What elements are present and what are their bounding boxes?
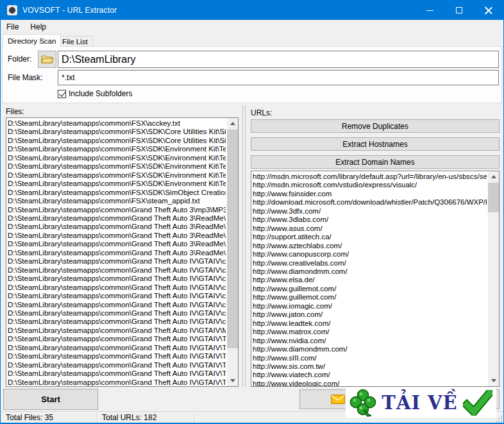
file-row[interactable]: D:\SteamLibrary\steamapps\common\Grand T… bbox=[8, 206, 226, 214]
checkmark-icon bbox=[463, 390, 492, 416]
url-row[interactable]: http://www.3dfx.com/ bbox=[253, 207, 487, 216]
window-title: VOVSOFT - URL Extractor bbox=[22, 6, 117, 15]
file-row[interactable]: D:\SteamLibrary\steamapps\common\Grand T… bbox=[8, 266, 226, 275]
scroll-up-icon[interactable] bbox=[488, 171, 499, 182]
menu-help[interactable]: Help bbox=[24, 20, 52, 34]
url-row[interactable]: http://www.viatech.com/ bbox=[253, 371, 487, 379]
file-row[interactable]: D:\SteamLibrary\steamapps\common\Grand T… bbox=[8, 352, 226, 360]
browse-folder-button[interactable] bbox=[38, 51, 56, 68]
url-row[interactable]: http://www.creativelabs.com/ bbox=[253, 259, 487, 267]
include-subfolders-label: Include Subfolders bbox=[69, 89, 132, 98]
start-button[interactable]: Start bbox=[3, 389, 98, 410]
file-row[interactable]: D:\SteamLibrary\steamapps\common\Grand T… bbox=[8, 275, 226, 283]
menu-file[interactable]: File bbox=[1, 20, 24, 34]
url-row[interactable]: http://www.diamondmm.com/ bbox=[253, 267, 487, 276]
url-row[interactable]: http://www.elsa.de/ bbox=[253, 276, 487, 284]
file-row[interactable]: D:\SteamLibrary\steamapps\common\FSX\SDK… bbox=[8, 128, 226, 136]
urls-label: URLs: bbox=[251, 108, 272, 117]
maximize-button[interactable] bbox=[444, 1, 474, 20]
scroll-down-icon[interactable] bbox=[227, 375, 238, 386]
url-row[interactable]: http://msdn.microsoft.com/library/defaul… bbox=[253, 173, 487, 181]
scroll-up-icon[interactable] bbox=[227, 118, 238, 129]
url-row[interactable]: http://download.microsoft.com/download/w… bbox=[253, 198, 487, 207]
minimize-button[interactable] bbox=[415, 1, 444, 20]
file-row[interactable]: D:\SteamLibrary\steamapps\common\FSX\SDK… bbox=[8, 145, 226, 153]
files-scroll-thumb[interactable] bbox=[227, 130, 238, 348]
file-row[interactable]: D:\SteamLibrary\steamapps\common\FSX\SDK… bbox=[8, 162, 226, 171]
status-total-files: Total Files: 35 bbox=[1, 412, 97, 423]
file-row[interactable]: D:\SteamLibrary\steamapps\common\FSX\acc… bbox=[8, 119, 226, 128]
files-scrollbar[interactable] bbox=[227, 118, 238, 386]
envelope-icon bbox=[331, 394, 345, 404]
url-row[interactable]: http://www.sIII.com/ bbox=[253, 354, 487, 362]
url-row[interactable]: http://www.fsinsider.com bbox=[253, 190, 487, 198]
file-row[interactable]: D:\SteamLibrary\steamapps\common\FSX\SDK… bbox=[8, 154, 226, 162]
file-row[interactable]: D:\SteamLibrary\steamapps\common\Grand T… bbox=[8, 361, 226, 369]
url-row[interactable]: http://www.leadtek.com/ bbox=[253, 319, 487, 328]
folder-icon bbox=[41, 55, 54, 64]
url-row[interactable]: http://www.canopuscorp.com/ bbox=[253, 250, 487, 259]
file-row[interactable]: D:\SteamLibrary\steamapps\common\Grand T… bbox=[8, 318, 226, 326]
minimize-icon bbox=[426, 10, 433, 11]
url-row[interactable]: http://msdn.microsoft.com/vstudio/expres… bbox=[253, 181, 487, 189]
extract-hostnames-button[interactable]: Extract Hostnames bbox=[251, 137, 500, 151]
file-row[interactable]: D:\SteamLibrary\steamapps\common\Grand T… bbox=[8, 369, 226, 378]
urls-listbox[interactable]: http://msdn.microsoft.com/library/defaul… bbox=[251, 171, 500, 387]
status-total-urls: Total URLs: 182 bbox=[97, 412, 194, 423]
scroll-down-icon[interactable] bbox=[488, 375, 499, 386]
file-row[interactable]: D:\SteamLibrary\steamapps\common\Grand T… bbox=[8, 326, 226, 335]
app-icon bbox=[7, 5, 17, 15]
file-mask-label: File Mask: bbox=[8, 73, 43, 82]
file-row[interactable]: D:\SteamLibrary\steamapps\common\Grand T… bbox=[8, 378, 226, 386]
url-row[interactable]: http://www.3dlabs.com/ bbox=[253, 216, 487, 224]
extract-domain-names-button[interactable]: Extract Domain Names bbox=[251, 155, 500, 169]
url-row[interactable]: http://www.iomagic.com/ bbox=[253, 302, 487, 310]
urls-scroll-thumb[interactable] bbox=[488, 183, 499, 212]
file-row[interactable]: D:\SteamLibrary\steamapps\common\Grand T… bbox=[8, 284, 226, 292]
close-icon bbox=[485, 6, 492, 14]
resize-grip[interactable] bbox=[496, 416, 502, 422]
url-row[interactable]: http://www.aztechlabs.com/ bbox=[253, 242, 487, 250]
file-row[interactable]: D:\SteamLibrary\steamapps\common\Grand T… bbox=[8, 223, 226, 231]
folder-input[interactable]: D:\SteamLibrary bbox=[58, 51, 499, 68]
file-row[interactable]: D:\SteamLibrary\steamapps\common\FSX\SDK… bbox=[8, 171, 226, 180]
url-row[interactable]: http://www.diamondmm.com/ bbox=[253, 345, 487, 353]
file-row[interactable]: D:\SteamLibrary\steamapps\common\FSX\ste… bbox=[8, 197, 226, 205]
file-row[interactable]: D:\SteamLibrary\steamapps\common\Grand T… bbox=[8, 214, 226, 223]
url-row[interactable]: http://www.guillemot.com/ bbox=[253, 293, 487, 301]
close-button[interactable] bbox=[474, 1, 503, 20]
tab-file-list[interactable]: File List bbox=[57, 36, 93, 47]
file-row[interactable]: D:\SteamLibrary\steamapps\common\FSX\SDK… bbox=[8, 137, 226, 145]
file-row[interactable]: D:\SteamLibrary\steamapps\common\Grand T… bbox=[8, 344, 226, 352]
tab-directory-scan[interactable]: Directory Scan bbox=[3, 34, 61, 47]
include-subfolders-checkbox[interactable] bbox=[58, 90, 66, 98]
remove-duplicates-button[interactable]: Remove Duplicates bbox=[251, 119, 500, 133]
urls-rows: http://msdn.microsoft.com/library/defaul… bbox=[253, 173, 487, 386]
app-window: VOVSOFT - URL Extractor File Help Direct… bbox=[0, 0, 504, 424]
url-row[interactable]: http://www.matrox.com/ bbox=[253, 328, 487, 336]
url-row[interactable]: http://www.jaton.com/ bbox=[253, 310, 487, 319]
file-row[interactable]: D:\SteamLibrary\steamapps\common\Grand T… bbox=[8, 240, 226, 248]
pane-splitter[interactable] bbox=[242, 105, 246, 387]
url-row[interactable]: http://www.videologic.com/ bbox=[253, 380, 487, 386]
file-row[interactable]: D:\SteamLibrary\steamapps\common\Grand T… bbox=[8, 249, 226, 257]
url-row[interactable]: http://www.nvidia.com/ bbox=[253, 337, 487, 345]
file-row[interactable]: D:\SteamLibrary\steamapps\common\FSX\SDK… bbox=[8, 180, 226, 188]
url-row[interactable]: http://www.asus.com/ bbox=[253, 225, 487, 233]
file-row[interactable]: D:\SteamLibrary\steamapps\common\Grand T… bbox=[8, 292, 226, 300]
url-row[interactable]: http://www.sis.com.tw/ bbox=[253, 362, 487, 371]
file-row[interactable]: D:\SteamLibrary\steamapps\common\Grand T… bbox=[8, 232, 226, 240]
urls-scrollbar[interactable] bbox=[488, 171, 499, 386]
download-badge-text: TẢI VỀ bbox=[382, 392, 457, 414]
file-row[interactable]: D:\SteamLibrary\steamapps\common\FSX\SDK… bbox=[8, 189, 226, 197]
file-row[interactable]: D:\SteamLibrary\steamapps\common\Grand T… bbox=[8, 309, 226, 318]
file-mask-input[interactable]: *.txt bbox=[58, 70, 499, 85]
title-bar[interactable]: VOVSOFT - URL Extractor bbox=[1, 1, 503, 20]
file-row[interactable]: D:\SteamLibrary\steamapps\common\Grand T… bbox=[8, 335, 226, 343]
files-listbox[interactable]: D:\SteamLibrary\steamapps\common\FSX\acc… bbox=[6, 117, 239, 387]
file-row[interactable]: D:\SteamLibrary\steamapps\common\Grand T… bbox=[8, 301, 226, 309]
url-row[interactable]: http://support.atitech.ca/ bbox=[253, 233, 487, 241]
download-badge-overlay: TẢI VỀ bbox=[346, 387, 496, 418]
file-row[interactable]: D:\SteamLibrary\steamapps\common\Grand T… bbox=[8, 257, 226, 266]
url-row[interactable]: http://www.guillemot.com/ bbox=[253, 285, 487, 293]
